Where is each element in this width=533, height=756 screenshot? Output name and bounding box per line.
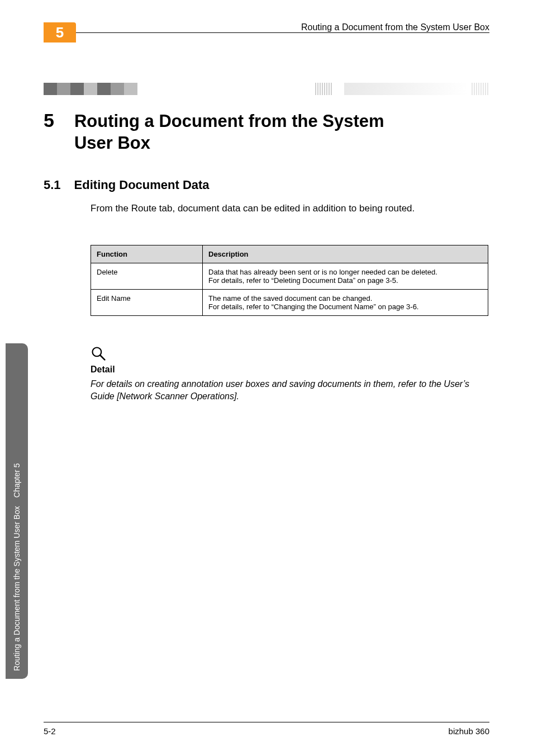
footer-model: bizhub 360: [449, 726, 489, 736]
stripe-gradient-right: [344, 83, 489, 95]
heading-1-line2: User Box: [74, 133, 150, 153]
heading-2-text: Editing Document Data: [74, 178, 210, 192]
chapter-tab: 5: [44, 22, 76, 42]
heading-1-number: 5: [44, 110, 54, 131]
running-head: Routing a Document from the System User …: [301, 22, 489, 32]
detail-note: Detail For details on creating annotatio…: [91, 346, 489, 403]
side-tab-text: Routing a Document from the System User …: [12, 453, 21, 671]
magnifier-icon: [91, 346, 106, 361]
stripe-hatch-right: [470, 83, 489, 95]
table-header-function: Function: [91, 245, 203, 263]
side-tab-chapter: Chapter 5: [12, 463, 21, 497]
footer-page-number: 5-2: [44, 726, 56, 736]
svg-line-1: [101, 356, 105, 360]
table-cell-function: Edit Name: [91, 290, 203, 316]
intro-paragraph: From the Route tab, document data can be…: [91, 201, 489, 216]
table-cell-description: The name of the saved document can be ch…: [203, 290, 488, 316]
table-header-description: Description: [203, 245, 488, 263]
detail-text: For details on creating annotation user …: [91, 378, 489, 403]
stripe-blocks: [44, 83, 137, 95]
heading-1-text: Routing a Document from the System User …: [74, 111, 384, 154]
footer-rule: [44, 722, 489, 722]
heading-2: 5.1 Editing Document Data: [44, 178, 489, 192]
table-row: Edit Name The name of the saved document…: [91, 290, 488, 316]
function-table: Function Description Delete Data that ha…: [91, 245, 488, 316]
table-cell-function: Delete: [91, 263, 203, 290]
heading-1-line1: Routing a Document from the System: [74, 111, 384, 131]
chapter-tab-number: 5: [56, 24, 64, 41]
table-cell-description: Data that has already been sent or is no…: [203, 263, 488, 290]
detail-label: Detail: [91, 365, 489, 375]
section-stripe: [44, 83, 489, 95]
heading-2-number: 5.1: [44, 178, 61, 192]
stripe-hatch-left: [314, 83, 333, 95]
side-tab: Routing a Document from the System User …: [6, 343, 28, 679]
header-rule: [76, 32, 489, 33]
table-row: Delete Data that has already been sent o…: [91, 263, 488, 290]
page: 5 Routing a Document from the System Use…: [0, 0, 533, 756]
table-header-row: Function Description: [91, 245, 488, 263]
heading-1: 5 Routing a Document from the System Use…: [44, 110, 489, 154]
side-tab-title: Routing a Document from the System User …: [12, 506, 21, 671]
